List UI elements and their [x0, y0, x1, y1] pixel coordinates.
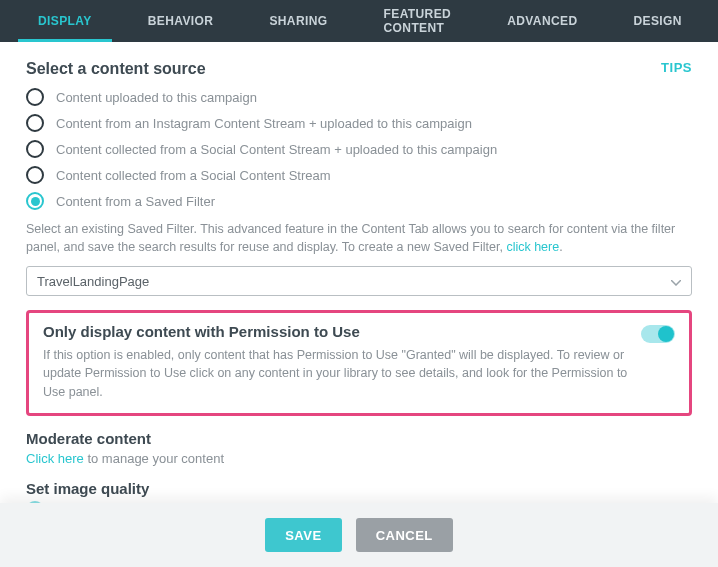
tab-featured-content[interactable]: FEATURED CONTENT: [356, 0, 480, 42]
radio-icon: [26, 166, 44, 184]
radio-label: Content from an Instagram Content Stream…: [56, 116, 472, 131]
moderate-content-line: Click here to manage your content: [26, 451, 692, 466]
radio-label: Content collected from a Social Content …: [56, 168, 331, 183]
footer-bar: SAVE CANCEL: [0, 503, 718, 567]
chevron-down-icon: [671, 272, 681, 290]
radio-label: Content collected from a Social Content …: [56, 142, 497, 157]
toggle-knob-icon: [658, 326, 674, 342]
tab-bar: DISPLAY BEHAVIOR SHARING FEATURED CONTEN…: [0, 0, 718, 42]
saved-filter-select[interactable]: TravelLandingPage: [26, 266, 692, 296]
permission-title: Only display content with Permission to …: [43, 323, 360, 340]
radio-icon: [26, 140, 44, 158]
tab-sharing[interactable]: SHARING: [241, 0, 355, 42]
tab-behavior[interactable]: BEHAVIOR: [120, 0, 242, 42]
tab-design[interactable]: DESIGN: [606, 0, 710, 42]
radio-social-stream-uploaded[interactable]: Content collected from a Social Content …: [26, 140, 692, 158]
tab-display[interactable]: DISPLAY: [10, 0, 120, 42]
radio-icon: [26, 192, 44, 210]
content-source-radio-group: Content uploaded to this campaign Conten…: [26, 88, 692, 210]
radio-label: Content uploaded to this campaign: [56, 90, 257, 105]
radio-uploaded[interactable]: Content uploaded to this campaign: [26, 88, 692, 106]
radio-icon: [26, 114, 44, 132]
manage-content-link[interactable]: Click here: [26, 451, 84, 466]
permission-description: If this option is enabled, only content …: [43, 346, 643, 400]
content-area: Select a content source TIPS Content upl…: [0, 42, 718, 503]
tab-advanced[interactable]: ADVANCED: [479, 0, 605, 42]
cancel-button[interactable]: CANCEL: [356, 518, 453, 552]
saved-filter-help: Select an existing Saved Filter. This ad…: [26, 220, 692, 256]
save-button[interactable]: SAVE: [265, 518, 341, 552]
radio-social-stream[interactable]: Content collected from a Social Content …: [26, 166, 692, 184]
tips-link[interactable]: TIPS: [661, 60, 692, 75]
radio-icon: [26, 88, 44, 106]
content-source-title: Select a content source: [26, 60, 206, 78]
radio-saved-filter[interactable]: Content from a Saved Filter: [26, 192, 692, 210]
moderate-content-title: Moderate content: [26, 430, 692, 447]
help-text-suffix: .: [559, 240, 562, 254]
radio-instagram-stream[interactable]: Content from an Instagram Content Stream…: [26, 114, 692, 132]
help-text-prefix: Select an existing Saved Filter. This ad…: [26, 222, 675, 254]
image-quality-title: Set image quality: [26, 480, 692, 497]
create-saved-filter-link[interactable]: click here: [506, 240, 559, 254]
permission-to-use-panel: Only display content with Permission to …: [26, 310, 692, 415]
saved-filter-select-value: TravelLandingPage: [37, 274, 149, 289]
radio-label: Content from a Saved Filter: [56, 194, 215, 209]
manage-content-suffix: to manage your content: [84, 451, 224, 466]
permission-toggle[interactable]: [641, 325, 675, 343]
